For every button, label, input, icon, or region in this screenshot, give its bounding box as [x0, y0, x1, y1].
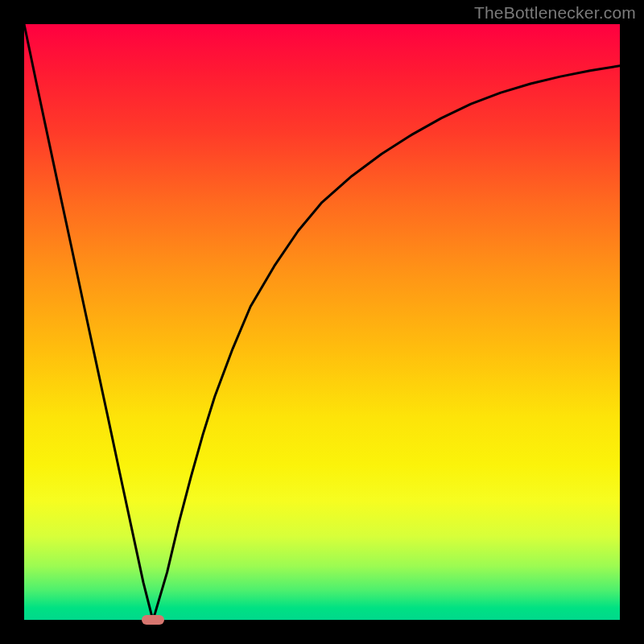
plot-area	[24, 24, 620, 620]
optimal-point-marker	[142, 615, 164, 625]
bottleneck-curve	[24, 24, 620, 620]
watermark-text: TheBottlenecker.com	[474, 3, 636, 23]
chart-stage: TheBottlenecker.com	[0, 0, 644, 644]
